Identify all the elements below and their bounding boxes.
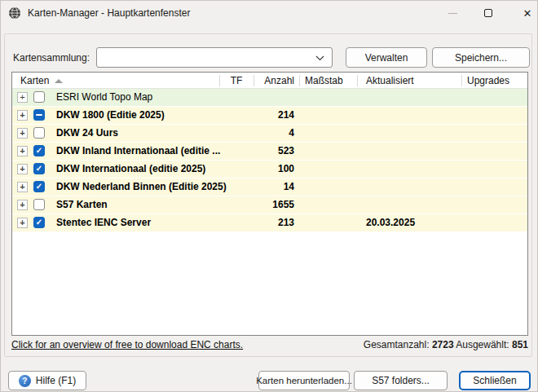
expander-plus-icon[interactable] bbox=[17, 200, 28, 210]
help-button[interactable]: ? Hilfe (F1) bbox=[8, 371, 86, 390]
expander-plus-icon[interactable] bbox=[17, 128, 28, 139]
row-checkbox[interactable] bbox=[33, 163, 45, 174]
close-button[interactable]: ✕ bbox=[514, 0, 538, 26]
table-row[interactable]: DKW Nederland Binnen (Editie 2025) 14 bbox=[12, 178, 527, 196]
enc-overview-link[interactable]: Click for an overview of free to downloa… bbox=[11, 339, 243, 350]
save-button[interactable]: Speichern... bbox=[432, 47, 530, 68]
expander-plus-icon[interactable] bbox=[17, 110, 28, 121]
row-count: 1655 bbox=[240, 199, 294, 210]
s57-folders-button[interactable]: S57 folders... bbox=[354, 371, 448, 390]
selected-value: 851 bbox=[512, 339, 528, 350]
minimize-icon bbox=[448, 13, 457, 14]
row-checkbox[interactable] bbox=[33, 217, 45, 228]
row-count: 100 bbox=[240, 163, 294, 174]
expander-plus-icon[interactable] bbox=[17, 218, 28, 228]
globe-icon bbox=[8, 7, 21, 20]
column-header-anzahl[interactable]: Anzahl bbox=[242, 75, 294, 86]
expander-plus-icon[interactable] bbox=[17, 146, 28, 156]
total-value: 2723 bbox=[432, 339, 454, 350]
column-divider bbox=[299, 75, 300, 86]
table-row[interactable]: DKW 24 Uurs 4 bbox=[12, 125, 527, 142]
question-mark-icon: ? bbox=[19, 375, 31, 387]
expander-plus-icon[interactable] bbox=[17, 164, 28, 174]
charts-table: Karten TF Anzahl Maßstab Aktualisiert Up… bbox=[11, 72, 528, 336]
column-header-upgrades[interactable]: Upgrades bbox=[467, 75, 509, 86]
table-row[interactable]: Stentec IENC Server 213 20.03.2025 bbox=[12, 214, 527, 231]
titlebar: Karten-Manager - Hauptkartenfenster ✕ bbox=[0, 0, 538, 26]
row-name: Stentec IENC Server bbox=[56, 217, 151, 228]
row-count: 213 bbox=[240, 217, 294, 228]
column-divider bbox=[357, 75, 358, 86]
row-checkbox[interactable] bbox=[33, 127, 45, 139]
chevron-down-icon bbox=[315, 55, 324, 61]
row-count: 4 bbox=[240, 127, 294, 139]
table-row[interactable]: DKW Internationaal (editie 2025) 100 bbox=[12, 161, 527, 178]
table-row[interactable]: ESRI World Topo Map bbox=[12, 89, 527, 106]
row-checkbox[interactable] bbox=[33, 181, 45, 192]
row-checkbox[interactable] bbox=[33, 109, 45, 121]
row-name: DKW 1800 (Editie 2025) bbox=[56, 109, 165, 121]
row-checkbox[interactable] bbox=[33, 199, 45, 210]
column-header-karten[interactable]: Karten bbox=[20, 75, 49, 86]
expander-plus-icon[interactable] bbox=[17, 182, 28, 192]
row-name: DKW 24 Uurs bbox=[56, 127, 118, 139]
row-name: S57 Karten bbox=[56, 199, 108, 210]
row-count: 523 bbox=[240, 145, 294, 156]
expander-plus-icon[interactable] bbox=[17, 92, 28, 103]
row-name: DKW Nederland Binnen (Editie 2025) bbox=[56, 181, 227, 192]
column-divider bbox=[219, 75, 220, 86]
close-icon: ✕ bbox=[523, 8, 532, 19]
column-divider bbox=[254, 75, 254, 86]
collection-combobox[interactable] bbox=[96, 47, 333, 68]
row-checkbox[interactable] bbox=[33, 91, 45, 103]
row-name: ESRI World Topo Map bbox=[56, 91, 152, 103]
maximize-button[interactable] bbox=[474, 0, 502, 26]
maximize-icon bbox=[484, 9, 492, 17]
download-charts-button[interactable]: Karten herunterladen... bbox=[258, 371, 350, 390]
row-count: 14 bbox=[240, 181, 294, 192]
manage-button[interactable]: Verwalten bbox=[346, 47, 427, 68]
column-divider bbox=[461, 75, 462, 86]
row-name: DKW Inland Internationaal (editie ... bbox=[56, 145, 220, 156]
totals-status: Gesamtanzahl: 2723 Ausgewählt: 851 bbox=[364, 339, 528, 350]
table-row[interactable]: DKW Inland Internationaal (editie ... 52… bbox=[12, 143, 527, 160]
sort-asc-icon bbox=[55, 79, 63, 83]
table-row[interactable]: S57 Karten 1655 bbox=[12, 196, 527, 214]
row-count: 214 bbox=[240, 109, 294, 121]
column-header-aktualisiert[interactable]: Aktualisiert bbox=[366, 75, 414, 86]
help-button-label: Hilfe (F1) bbox=[36, 375, 76, 386]
minimize-button[interactable] bbox=[439, 0, 466, 26]
close-dialog-button[interactable]: Schließen bbox=[459, 371, 531, 390]
column-header-massstab[interactable]: Maßstab bbox=[305, 75, 343, 86]
table-header: Karten TF Anzahl Maßstab Aktualisiert Up… bbox=[12, 73, 527, 89]
collection-label: Kartensammlung: bbox=[13, 52, 90, 64]
row-checkbox[interactable] bbox=[33, 145, 45, 156]
table-body: ESRI World Topo Map DKW 1800 (Editie 202… bbox=[12, 89, 527, 335]
window-title: Karten-Manager - Hauptkartenfenster bbox=[28, 7, 190, 19]
row-name: DKW Internationaal (editie 2025) bbox=[56, 163, 205, 174]
table-row[interactable]: DKW 1800 (Editie 2025) 214 bbox=[12, 107, 527, 124]
row-updated: 20.03.2025 bbox=[366, 217, 415, 228]
selected-label: Ausgewählt: bbox=[456, 339, 509, 350]
total-label: Gesamtanzahl: bbox=[364, 339, 430, 350]
